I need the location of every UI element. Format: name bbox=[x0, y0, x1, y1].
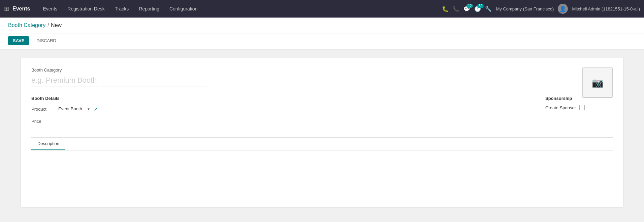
field-label-booth-category: Booth Category bbox=[31, 67, 613, 73]
phone-icon[interactable]: 📞 bbox=[453, 6, 459, 12]
nav-right: 🐛 📞 💬 12 🕐 39 🔧 My Company (San Francisc… bbox=[442, 4, 640, 14]
clock-icon[interactable]: 🕐 39 bbox=[474, 6, 481, 12]
clock-badge: 39 bbox=[477, 4, 484, 8]
price-label: Price bbox=[31, 119, 58, 124]
price-input[interactable]: $100.00 bbox=[58, 117, 180, 125]
breadcrumb-parent[interactable]: Booth Category bbox=[8, 22, 45, 28]
booth-category-name-input[interactable] bbox=[31, 75, 206, 86]
booth-details-col: Booth Details Product Event Booth ▼ ↗ Pr… bbox=[31, 96, 525, 129]
create-sponsor-row: Create Sponsor bbox=[545, 105, 613, 110]
tab-bar: Description bbox=[31, 138, 613, 150]
nav-reporting[interactable]: Reporting bbox=[134, 4, 164, 13]
camera-icon: 📷 bbox=[592, 77, 604, 88]
main-content: 📷 Booth Category Booth Details Product E… bbox=[0, 50, 644, 222]
nav-menu: Events Registration Desk Tracks Reportin… bbox=[38, 4, 441, 13]
product-label: Product bbox=[31, 107, 58, 112]
price-row: Price $100.00 bbox=[31, 117, 525, 125]
nav-registration-desk[interactable]: Registration Desk bbox=[63, 4, 109, 13]
form-card: 📷 Booth Category Booth Details Product E… bbox=[20, 58, 624, 207]
create-sponsor-label: Create Sponsor bbox=[545, 105, 576, 110]
nav-configuration[interactable]: Configuration bbox=[165, 4, 202, 13]
breadcrumb-current: New bbox=[51, 22, 62, 28]
nav-events[interactable]: Events bbox=[38, 4, 62, 13]
breadcrumb-separator: / bbox=[47, 23, 49, 28]
breadcrumb: Booth Category / New bbox=[0, 18, 644, 33]
product-select[interactable]: Event Booth bbox=[58, 105, 90, 113]
product-row: Product Event Booth ▼ ↗ bbox=[31, 105, 525, 113]
tabs-section: Description bbox=[31, 137, 613, 198]
top-navigation: ⊞ Events Events Registration Desk Tracks… bbox=[0, 0, 644, 18]
product-select-wrapper: Event Booth ▼ ↗ bbox=[58, 105, 98, 113]
tab-description[interactable]: Description bbox=[31, 138, 65, 150]
nav-tracks[interactable]: Tracks bbox=[110, 4, 133, 13]
wrench-icon[interactable]: 🔧 bbox=[485, 6, 492, 12]
user-avatar[interactable]: 👤 bbox=[558, 4, 568, 14]
save-button[interactable]: SAVE bbox=[8, 36, 29, 45]
chat-icon[interactable]: 💬 12 bbox=[463, 6, 470, 12]
sponsorship-col: Sponsorship Create Sponsor bbox=[545, 96, 613, 129]
photo-upload[interactable]: 📷 bbox=[582, 67, 613, 98]
details-section: Booth Details Product Event Booth ▼ ↗ Pr… bbox=[31, 96, 613, 129]
grid-icon[interactable]: ⊞ bbox=[4, 5, 9, 12]
bug-icon[interactable]: 🐛 bbox=[442, 6, 449, 12]
create-sponsor-checkbox[interactable] bbox=[579, 105, 585, 110]
user-name: Mitchell Admin (11821551-15-0-all) bbox=[572, 6, 640, 11]
company-name: My Company (San Francisco) bbox=[496, 6, 554, 11]
chat-badge: 12 bbox=[466, 4, 473, 8]
booth-details-title: Booth Details bbox=[31, 96, 525, 101]
tab-content-description[interactable] bbox=[31, 150, 613, 198]
action-bar: SAVE DISCARD bbox=[0, 33, 644, 50]
discard-button[interactable]: DISCARD bbox=[32, 36, 61, 45]
external-link-icon[interactable]: ↗ bbox=[94, 106, 98, 112]
app-brand[interactable]: Events bbox=[12, 6, 30, 12]
